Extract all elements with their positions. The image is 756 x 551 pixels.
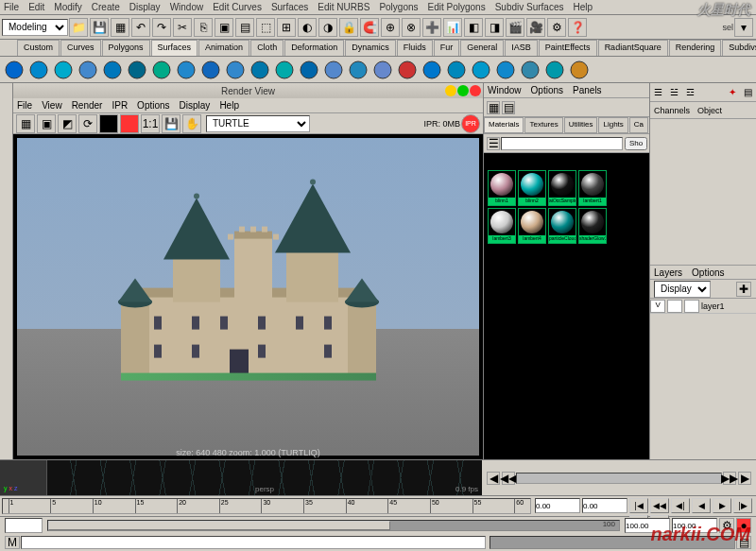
- start-frame2-input[interactable]: [582, 498, 627, 513]
- shelf-tab-cloth[interactable]: Cloth: [250, 40, 284, 56]
- shelf-tab-painteffects[interactable]: PaintEffects: [539, 40, 597, 56]
- scroll-rright-icon[interactable]: ▶▶: [723, 472, 736, 485]
- toolbar-icon-2[interactable]: ▦: [111, 18, 129, 37]
- opts-icon[interactable]: ▤: [744, 87, 752, 97]
- axis-icon[interactable]: ✦: [729, 87, 736, 97]
- renderer-dropdown[interactable]: TURTLE: [206, 115, 310, 132]
- shelf-tab-rendering[interactable]: Rendering: [669, 40, 722, 56]
- rv-menu-options[interactable]: Options: [137, 100, 169, 111]
- rv-chan-icon[interactable]: [120, 114, 139, 133]
- shelf-tab-radiantsquare[interactable]: RadiantSquare: [598, 40, 668, 56]
- mini-viewport[interactable]: y x z: [0, 460, 47, 495]
- shelf-item-17[interactable]: [421, 59, 443, 81]
- toolbar-icon-13[interactable]: 🔒: [339, 18, 358, 37]
- rv-ratio-icon[interactable]: 1:1: [141, 114, 160, 133]
- hs-tool-icon[interactable]: ▦: [487, 101, 500, 114]
- menu-polygons[interactable]: Polygons: [379, 2, 418, 12]
- shelf-item-6[interactable]: [150, 59, 173, 81]
- show-button[interactable]: Sho: [625, 137, 647, 150]
- toolbar-icon-17[interactable]: ➕: [422, 18, 441, 37]
- shelf-item-0[interactable]: [3, 59, 26, 81]
- material-search-input[interactable]: [501, 137, 623, 150]
- shelf-tab-subdivs[interactable]: Subdivs: [722, 40, 756, 56]
- playback-btn-5[interactable]: |▶: [733, 498, 752, 513]
- material-swatch[interactable]: blinn2: [518, 170, 546, 206]
- toolbar-icon-21[interactable]: 🎬: [506, 18, 524, 37]
- playback-btn-3[interactable]: ◀: [692, 498, 711, 513]
- shelf-item-20[interactable]: [494, 59, 517, 81]
- command-input[interactable]: [21, 536, 486, 549]
- layer-color-cell[interactable]: [684, 300, 699, 313]
- rv-snapshot-icon[interactable]: ◩: [58, 114, 77, 133]
- shelf-item-22[interactable]: [543, 59, 566, 81]
- mode-dropdown[interactable]: Modeling: [2, 19, 68, 36]
- menu-edit-curves[interactable]: Edit Curves: [213, 2, 262, 12]
- shelf-tab-iasb[interactable]: IASB: [505, 40, 538, 56]
- rv-menu-display[interactable]: Display: [180, 100, 211, 111]
- tab-channels[interactable]: Channels: [654, 106, 690, 115]
- shelf-tab-curves[interactable]: Curves: [60, 40, 101, 56]
- list2-icon[interactable]: ☱: [670, 87, 679, 97]
- rv-ipr-icon[interactable]: ⟳: [78, 114, 97, 133]
- shelf-tab-custom[interactable]: Custom: [17, 40, 60, 56]
- menu-display[interactable]: Display: [129, 2, 161, 12]
- shelf-item-12[interactable]: [298, 59, 320, 81]
- shelf-item-7[interactable]: [175, 59, 198, 81]
- scroll-right-icon[interactable]: ▶: [738, 472, 751, 485]
- hs-menu-window[interactable]: Window: [488, 85, 522, 95]
- shelf-item-19[interactable]: [470, 59, 492, 81]
- toolbar-icon-7[interactable]: ▣: [215, 18, 233, 37]
- toolbar-icon-10[interactable]: ⊞: [277, 18, 296, 37]
- shelf-tab-deformation[interactable]: Deformation: [284, 40, 344, 56]
- rv-save-icon[interactable]: 💾: [162, 114, 180, 133]
- shelf-tab-animation[interactable]: Animation: [198, 40, 249, 56]
- list3-icon[interactable]: ☲: [686, 87, 695, 97]
- menu-create[interactable]: Create: [92, 2, 120, 12]
- rv-bg-icon[interactable]: [99, 114, 118, 133]
- toolbar-icon-24[interactable]: ❓: [568, 18, 587, 37]
- toolbar-icon-15[interactable]: ⊕: [381, 18, 400, 37]
- mel-icon[interactable]: M: [5, 536, 20, 549]
- filter-icon[interactable]: ☰: [487, 137, 500, 150]
- toolbar-icon-8[interactable]: ▤: [235, 18, 254, 37]
- minimize-icon[interactable]: [445, 85, 456, 96]
- playback-btn-1[interactable]: ◀◀: [650, 498, 669, 513]
- shelf-tab-fluids[interactable]: Fluids: [397, 40, 433, 56]
- rv-region-icon[interactable]: ▣: [37, 114, 56, 133]
- hs-menu-panels[interactable]: Panels: [573, 85, 602, 95]
- help-scrollbar[interactable]: [490, 536, 735, 549]
- hs-tool2-icon[interactable]: ▤: [502, 101, 515, 114]
- shelf-item-21[interactable]: [519, 59, 541, 81]
- maximize-icon[interactable]: [457, 85, 469, 96]
- menu-modify[interactable]: Modify: [54, 2, 81, 12]
- rv-menu-ipr[interactable]: IPR: [112, 100, 128, 111]
- hs-tab-materials[interactable]: Materials: [484, 117, 524, 133]
- scroll-left-icon[interactable]: ◀: [487, 472, 500, 485]
- toolbar-icon-19[interactable]: ◧: [464, 18, 483, 37]
- autokey-icon[interactable]: ●: [736, 518, 751, 533]
- playback-btn-0[interactable]: |◀: [629, 498, 648, 513]
- hs-tab-utilities[interactable]: Utilities: [564, 117, 598, 133]
- end-frame-input[interactable]: [625, 518, 670, 533]
- toolbar-icon-22[interactable]: 🎥: [526, 18, 545, 37]
- new-layer-icon[interactable]: ✚: [736, 282, 751, 297]
- scroll-lleft-icon[interactable]: ◀◀: [502, 472, 515, 485]
- toolbar-icon-6[interactable]: ⎘: [194, 18, 213, 37]
- material-swatch[interactable]: blinn1: [488, 170, 516, 206]
- material-swatch[interactable]: lambert1: [578, 170, 607, 206]
- range-start-input[interactable]: [5, 518, 43, 533]
- ipr-indicator-icon[interactable]: IPR: [461, 114, 480, 133]
- viewport-scrollbar[interactable]: [516, 473, 722, 484]
- material-swatch[interactable]: shaderGlow1: [578, 208, 607, 244]
- shelf-tab-fur[interactable]: Fur: [434, 40, 460, 56]
- toolbar-icon-12[interactable]: ◑: [318, 18, 337, 37]
- toolbar-icon-5[interactable]: ✂: [173, 18, 192, 37]
- rv-menu-view[interactable]: View: [42, 100, 62, 111]
- menu-subdiv-surfaces[interactable]: Subdiv Surfaces: [495, 2, 564, 12]
- material-swatch[interactable]: aiOccSampler5: [548, 170, 576, 206]
- toolbar-icon-0[interactable]: 📁: [69, 18, 88, 37]
- toolbar-icon-9[interactable]: ⬚: [256, 18, 275, 37]
- shelf-item-10[interactable]: [249, 59, 271, 81]
- rv-keep-icon[interactable]: ✋: [182, 114, 201, 133]
- menu-edit-polygons[interactable]: Edit Polygons: [428, 2, 486, 12]
